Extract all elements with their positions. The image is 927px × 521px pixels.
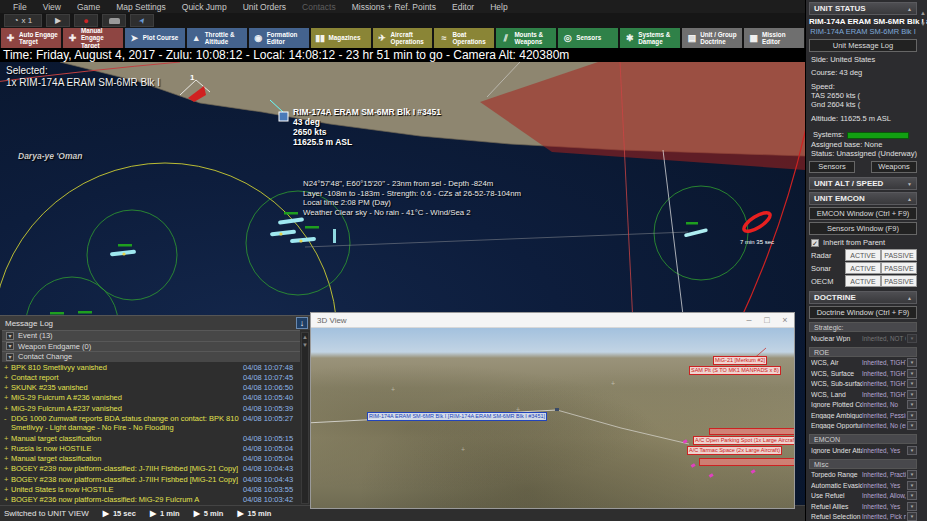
- scroll-down-icon[interactable]: ▼: [919, 19, 927, 30]
- dropdown-icon[interactable]: ▼: [907, 446, 917, 455]
- scroll-up-icon[interactable]: ▲: [919, 8, 927, 19]
- radar-active-button[interactable]: ACTIVE: [845, 249, 881, 261]
- mounts-weapons-button[interactable]: ⫽Mounts & Weapons: [496, 28, 556, 48]
- message-log-scrollbar[interactable]: ▲ ▼: [301, 332, 309, 504]
- dropdown-icon[interactable]: ▼: [907, 481, 917, 490]
- speed-1min-button[interactable]: ▶1 min: [150, 509, 180, 518]
- friendly-unit-icon[interactable]: [110, 244, 136, 256]
- selected-unit-icon[interactable]: [279, 112, 288, 121]
- formation-editor-button[interactable]: ◉Formation Editor: [249, 28, 309, 48]
- oecm-passive-button[interactable]: PASSIVE: [881, 275, 917, 287]
- 3d-view-title-bar[interactable]: 3D View – □ ×: [311, 313, 794, 328]
- aircraft-operations-button[interactable]: ✈Aircraft Operations: [373, 28, 433, 48]
- unit-emcon-header[interactable]: UNIT EMCON ▲: [809, 192, 917, 205]
- weapons-panel-button[interactable]: Weapons: [871, 161, 917, 173]
- plot-course-button[interactable]: ➤Plot Course: [125, 28, 185, 48]
- log-entry[interactable]: +Contact report04/08 10:07:45: [0, 372, 300, 382]
- doctrine-row-wcs-air: WCS, AirInherited, TIGHT▼: [809, 358, 917, 369]
- menu-help[interactable]: Help: [483, 2, 514, 12]
- dropdown-icon[interactable]: ▼: [907, 369, 917, 378]
- log-entry[interactable]: +Manual target classification04/08 10:05…: [0, 453, 300, 463]
- sensors-panel-button[interactable]: Sensors: [809, 161, 855, 173]
- menu-unit-orders[interactable]: Unit Orders: [236, 2, 293, 12]
- radar-passive-button[interactable]: PASSIVE: [881, 249, 917, 261]
- magazines-button[interactable]: ▮▮Magazines: [311, 28, 371, 48]
- menu-quick-jump[interactable]: Quick Jump: [175, 2, 234, 12]
- dropdown-icon[interactable]: ▼: [907, 390, 917, 399]
- log-entry[interactable]: +Manual target classification04/08 10:05…: [0, 433, 300, 443]
- emcon-window-button[interactable]: EMCON Window (Ctrl + F9): [809, 207, 917, 220]
- log-entry[interactable]: +BPK 810 Smetlivyy vanished04/08 10:07:4…: [0, 362, 300, 372]
- menu-file[interactable]: File: [6, 2, 34, 12]
- speed-5min-button[interactable]: ▶5 min: [194, 509, 224, 518]
- inherit-checkbox[interactable]: ✓: [811, 239, 819, 247]
- speed-15sec-button[interactable]: ▶15 sec: [103, 509, 136, 518]
- log-group-weapon-endgame[interactable]: ▾ Weapon Endgame (0): [2, 341, 300, 352]
- doctrine-header[interactable]: DOCTRINE ▲: [809, 291, 917, 304]
- menu-map-settings[interactable]: Map Settings: [109, 2, 173, 12]
- dropdown-icon[interactable]: ▼: [907, 400, 917, 409]
- auto-engage-target-button[interactable]: ✚Auto Engage Target: [1, 28, 61, 48]
- play-button[interactable]: ▶: [46, 14, 70, 27]
- dropdown-icon[interactable]: ▼: [907, 334, 917, 343]
- manual-engage-target-button[interactable]: ✚Manual Engage Target: [63, 28, 123, 48]
- panel-scrollbar[interactable]: ▲ ▼: [919, 8, 927, 48]
- unit-status-header[interactable]: UNIT STATUS ▲: [809, 2, 917, 15]
- oecm-active-button[interactable]: ACTIVE: [845, 275, 881, 287]
- mission-editor-button[interactable]: ▦Mission Editor: [744, 28, 804, 48]
- log-entry[interactable]: +United States is now HOSTILE04/08 10:03…: [0, 484, 300, 494]
- time-compression-button[interactable]: ◔ x 1: [4, 14, 42, 27]
- log-entry[interactable]: +MiG-29 Fulcrum A #236 vanished04/08 10:…: [0, 392, 300, 402]
- camera-button[interactable]: [102, 14, 126, 27]
- dropdown-icon[interactable]: ▼: [907, 421, 917, 430]
- message-log-popout-button[interactable]: ↓: [296, 317, 308, 329]
- dropdown-icon[interactable]: ▼: [907, 358, 917, 367]
- boat-operations-button[interactable]: ≈Boat Operations: [434, 28, 494, 48]
- unit-group-doctrine-button[interactable]: ▤Unit / Group Doctrine: [682, 28, 742, 48]
- throttle-altitude-button[interactable]: ▲Throttle & Altitude: [187, 28, 247, 48]
- emcon-section-label: EMCON: [809, 434, 917, 444]
- contact-unit-icon[interactable]: [684, 222, 708, 237]
- doctrine-row-nuclear: Nuclear Wpn Inherited, NOT G ▼: [809, 333, 917, 344]
- log-entry[interactable]: +MiG-29 Fulcrum A #237 vanished04/08 10:…: [0, 403, 300, 413]
- log-entry[interactable]: +Russia is now HOSTILE04/08 10:05:04: [0, 443, 300, 453]
- scroll-down-icon[interactable]: ▼: [302, 341, 308, 349]
- dropdown-icon[interactable]: ▼: [907, 502, 917, 511]
- unit-class-link[interactable]: RIM-174A ERAM SM-6MR Blk I: [809, 27, 917, 37]
- scroll-up-icon[interactable]: ▲: [302, 333, 308, 341]
- unit-message-log-button[interactable]: Unit Message Log: [809, 39, 917, 52]
- sonar-active-button[interactable]: ACTIVE: [845, 262, 881, 274]
- log-entry[interactable]: -DDG 1000 Zumwalt reports BDA status cha…: [0, 413, 300, 433]
- mounts-weapons-icon: ⫽: [500, 33, 511, 43]
- dropdown-icon[interactable]: ▼: [907, 411, 917, 420]
- minimize-button[interactable]: –: [740, 315, 758, 325]
- log-group-contact-change[interactable]: ▾ Contact Change: [2, 351, 300, 362]
- log-entry[interactable]: +BOGEY #238 now platform-classified: J-7…: [0, 474, 300, 484]
- log-entry[interactable]: +SKUNK #235 vanished04/08 10:06:50: [0, 382, 300, 392]
- unit-alt-speed-header[interactable]: UNIT ALT / SPEED ▼: [809, 177, 917, 190]
- dropdown-icon[interactable]: ▼: [907, 512, 917, 521]
- menu-game[interactable]: Game: [70, 2, 107, 12]
- record-button[interactable]: ●: [74, 14, 98, 27]
- sensors-window-button[interactable]: Sensors Window (F9): [809, 222, 917, 235]
- systems-damage-button[interactable]: ✱Systems & Damage: [620, 28, 680, 48]
- sensors-button[interactable]: ◎Sensors: [558, 28, 618, 48]
- pointer-button[interactable]: ➤: [130, 14, 154, 27]
- sonar-passive-button[interactable]: PASSIVE: [881, 262, 917, 274]
- dropdown-icon[interactable]: ▼: [907, 491, 917, 500]
- maximize-button[interactable]: □: [758, 315, 776, 325]
- menu-view[interactable]: View: [36, 2, 68, 12]
- log-entry[interactable]: +BOGEY #236 now platform-classified: MiG…: [0, 494, 300, 504]
- speed-15min-button[interactable]: ▶15 min: [237, 509, 271, 518]
- unit-status-panel: ▲ ▼ UNIT STATUS ▲ RIM-174A ERAM SM-6MR B…: [805, 0, 927, 521]
- doctrine-window-button[interactable]: Doctrine Window (Ctrl + F9): [809, 306, 917, 319]
- log-entry[interactable]: +BOGEY #239 now platform-classified: J-7…: [0, 463, 300, 473]
- log-group-event[interactable]: ▾ Event (13): [2, 330, 300, 341]
- strategic-section-label: Strategic:: [809, 322, 917, 332]
- 3d-scene[interactable]: + + + + MiG-21 [Merkum #2] SAM Plt (S TO…: [311, 328, 794, 508]
- close-button[interactable]: ×: [776, 315, 794, 325]
- dropdown-icon[interactable]: ▼: [907, 379, 917, 388]
- menu-editor[interactable]: Editor: [445, 2, 481, 12]
- menu-missions-ref-points[interactable]: Missions + Ref. Points: [345, 2, 443, 12]
- dropdown-icon[interactable]: ▼: [907, 470, 917, 479]
